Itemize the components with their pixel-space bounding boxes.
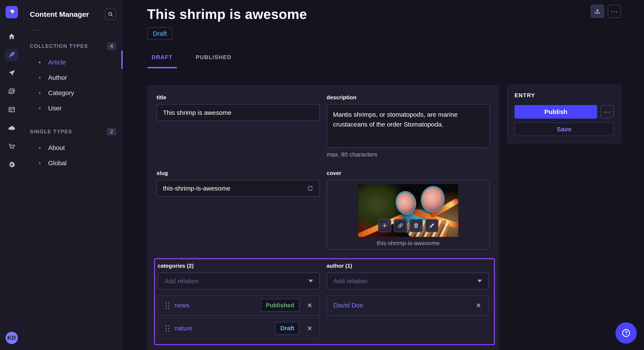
save-button[interactable]: Save <box>514 123 614 136</box>
main-content: This shrimp is awesome Draft ... DRAFT P… <box>123 0 644 350</box>
slug-value: this-shrimp-is-awesome <box>163 185 230 192</box>
collection-types-count-badge: 4 <box>107 42 116 50</box>
slug-label: slug <box>156 170 320 176</box>
published-status-pill: Published <box>261 299 300 312</box>
categories-placeholder: Add relation <box>164 278 198 285</box>
cover-add-button[interactable] <box>378 219 391 232</box>
strapi-logo[interactable] <box>6 6 18 18</box>
chevron-down-icon <box>477 280 482 282</box>
active-tab-underline <box>147 67 177 68</box>
tabs: DRAFT PUBLISHED <box>147 54 621 61</box>
author-placeholder: Add relation <box>334 278 368 285</box>
search-button[interactable] <box>105 8 116 20</box>
edit-form-card: title This shrimp is awesome description… <box>147 85 499 350</box>
close-icon <box>306 325 313 332</box>
description-value: Mantis shrimps, or stomatopods, are mari… <box>333 111 458 128</box>
content-manager-icon[interactable] <box>5 49 18 61</box>
description-input[interactable]: Mantis shrimps, or stomatopods, are mari… <box>327 104 490 148</box>
author-label: author (1) <box>327 263 489 269</box>
subnav-title: Content Manager <box>30 10 89 18</box>
ellipsis-icon: ... <box>604 110 611 113</box>
relation-link-nature[interactable]: nature <box>174 325 192 332</box>
settings-gear-icon[interactable] <box>5 159 18 171</box>
app-window: KD Content Manager COLLECTION TYPES 4 Ar… <box>0 0 644 350</box>
cover-delete-button[interactable] <box>410 219 423 232</box>
remove-relation-nature-button[interactable] <box>306 325 313 332</box>
cover-label: cover <box>327 170 490 176</box>
user-avatar[interactable]: KD <box>6 332 18 344</box>
cover-actions <box>378 219 438 232</box>
cover-widget: this-shrimp-is-awesome <box>327 180 490 250</box>
export-button[interactable] <box>591 5 604 18</box>
remove-relation-news-button[interactable] <box>306 302 313 309</box>
single-types-count-badge: 2 <box>107 128 116 136</box>
categories-field: categories (2) Add relation news <box>158 263 320 339</box>
categories-add-relation-combobox[interactable]: Add relation <box>158 273 320 289</box>
section-label-single-types: SINGLE TYPES <box>30 129 72 135</box>
tab-draft[interactable]: DRAFT <box>147 54 177 61</box>
cover-field: cover <box>327 170 490 250</box>
title-input[interactable]: This shrimp is awesome <box>156 104 320 121</box>
media-library-icon[interactable] <box>5 85 18 97</box>
pencil-icon <box>429 222 435 229</box>
close-icon <box>475 302 482 309</box>
rail-nav <box>5 31 18 171</box>
cloud-icon[interactable] <box>5 122 18 134</box>
sidebar-item-author[interactable]: Author <box>30 70 122 85</box>
svg-text:?: ? <box>624 330 628 336</box>
sidebar-item-about[interactable]: About <box>30 140 122 156</box>
drag-handle-icon[interactable] <box>166 302 167 303</box>
relations-highlighted-zone: categories (2) Add relation news <box>154 258 495 345</box>
entry-panel-title: ENTRY <box>514 92 614 99</box>
description-hint: max. 80 characters <box>327 151 490 158</box>
rail-bottom: KD <box>0 326 24 350</box>
description-label: description <box>327 94 490 101</box>
relation-link-david-doe[interactable]: David Doe <box>334 302 363 309</box>
subnav-sidebar: Content Manager COLLECTION TYPES 4 Artic… <box>24 0 123 350</box>
regenerate-slug-icon[interactable] <box>307 185 314 192</box>
draft-status-pill: Draft <box>275 322 299 335</box>
page-title: This shrimp is awesome <box>147 6 621 22</box>
drag-handle-icon[interactable] <box>166 325 167 326</box>
sidebar-item-user[interactable]: User <box>30 101 122 116</box>
publish-button[interactable]: Publish <box>514 105 597 119</box>
slug-input[interactable]: this-shrimp-is-awesome <box>156 180 320 197</box>
author-relation-list: David Doe <box>327 295 489 316</box>
tab-published[interactable]: PUBLISHED <box>196 54 232 61</box>
search-icon <box>108 11 114 17</box>
header-actions: ... <box>591 5 621 18</box>
rail-divider-bottom <box>0 326 24 326</box>
cover-copy-link-button[interactable] <box>394 219 407 232</box>
section-label-collection-types: COLLECTION TYPES <box>30 43 88 49</box>
plus-icon <box>382 222 388 229</box>
relation-item-nature: nature Draft <box>158 318 320 339</box>
relation-item-news: news Published <box>158 295 320 316</box>
header-more-button[interactable]: ... <box>608 5 621 18</box>
title-field: title This shrimp is awesome <box>156 94 320 158</box>
sidebar-item-category[interactable]: Category <box>30 85 122 101</box>
categories-label: categories (2) <box>158 263 320 269</box>
ellipsis-icon: ... <box>611 10 618 12</box>
sidebar-item-article[interactable]: Article <box>30 55 122 70</box>
cover-caption: this-shrimp-is-awesome <box>377 240 440 247</box>
author-field: author (1) Add relation David Doe <box>327 263 489 339</box>
trash-icon <box>413 222 419 229</box>
content-type-builder-icon[interactable] <box>5 104 18 116</box>
author-add-relation-combobox[interactable]: Add relation <box>327 273 489 289</box>
marketplace-cart-icon[interactable] <box>5 140 18 152</box>
relation-link-news[interactable]: news <box>174 302 189 309</box>
collection-types-section: COLLECTION TYPES 4 Article Author Catego… <box>30 42 122 116</box>
rail-divider <box>0 24 24 24</box>
single-types-list: About Global <box>30 140 122 171</box>
help-button[interactable]: ? <box>616 322 637 344</box>
link-icon <box>397 222 404 229</box>
send-icon[interactable] <box>5 67 18 79</box>
remove-relation-david-doe-button[interactable] <box>475 302 482 309</box>
relation-item-david-doe: David Doe <box>327 295 489 316</box>
cover-edit-button[interactable] <box>425 219 438 232</box>
home-icon[interactable] <box>5 31 18 42</box>
chevron-down-icon <box>308 280 313 282</box>
entry-more-button[interactable]: ... <box>600 105 614 118</box>
sidebar-item-global[interactable]: Global <box>30 156 122 171</box>
categories-relation-list: news Published <box>158 295 320 339</box>
